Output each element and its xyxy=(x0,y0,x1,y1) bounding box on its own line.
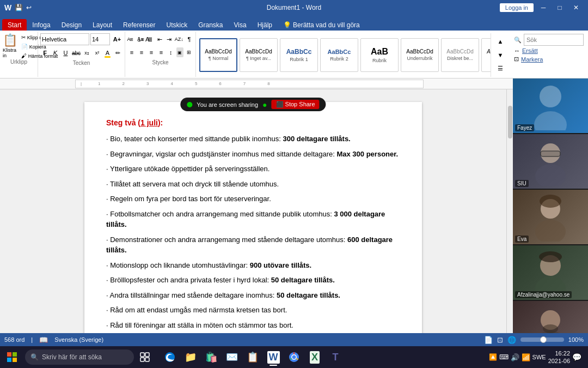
taskbar-store[interactable]: 🛍️ xyxy=(201,347,221,367)
align-center-button[interactable]: ≡ xyxy=(137,46,146,58)
ribbon-toolbar: 📋 Klistra in ✂ Klipp ut 📄 Kopiera 🖌 Hämt… xyxy=(0,31,588,79)
style-rubrik[interactable]: AaB Rubrik xyxy=(360,38,399,72)
italic-button[interactable]: K xyxy=(51,47,60,59)
clock[interactable]: 16:22 2021-06 xyxy=(548,349,570,365)
taskbar-todo[interactable]: 📋 xyxy=(243,347,262,367)
read-mode-icon[interactable]: 📄 xyxy=(484,336,493,344)
doc-para-1: · Bio, teater och konserter med sittande… xyxy=(106,134,400,144)
decrease-indent-button[interactable]: ⇤ xyxy=(155,33,163,45)
stop-share-button[interactable]: ⬛ Stop Share xyxy=(272,100,320,109)
tab-start[interactable]: Start xyxy=(2,19,27,31)
print-layout-icon[interactable]: ⊡ xyxy=(497,336,503,344)
increase-indent-button[interactable]: ⇥ xyxy=(165,33,173,45)
font-size-input[interactable] xyxy=(90,33,110,45)
taskbar-teams[interactable]: T xyxy=(326,347,345,367)
restore-button[interactable]: □ xyxy=(552,2,567,13)
bullets-button[interactable]: ≡ xyxy=(127,33,136,45)
style-rubrik1[interactable]: AaBbCc Rubrik 1 xyxy=(280,38,318,72)
svg-point-4 xyxy=(535,164,566,186)
doc-para-12: · Råd till föreningar att ställa in möte… xyxy=(106,320,400,331)
svg-rect-17 xyxy=(13,358,17,362)
chevron-up-icon[interactable]: 🔼 xyxy=(489,353,497,361)
tab-berätta[interactable]: 💡 Berätta vad du vill göra xyxy=(278,19,365,31)
styles-expand-button[interactable]: ▲ xyxy=(494,35,506,47)
speaker-icon[interactable]: 🔊 xyxy=(511,353,519,361)
style-betoning[interactable]: AaBbCcDd Betoning xyxy=(481,38,491,72)
justify-button[interactable]: ≡ xyxy=(157,46,166,58)
login-button[interactable]: Logga in xyxy=(500,3,534,12)
tab-design[interactable]: Design xyxy=(56,19,87,31)
network-icon[interactable]: 📶 xyxy=(522,353,530,361)
style-underrubrik[interactable]: AaBbCcDd Underrubrik xyxy=(401,38,439,72)
language[interactable]: Svenska (Sverige) xyxy=(54,336,103,343)
taskbar-word[interactable]: W xyxy=(264,347,283,367)
multilevel-button[interactable]: ≣ xyxy=(146,33,154,45)
style-betoning-preview: AaBbCcDd xyxy=(487,49,491,55)
style-diskret[interactable]: AaBbCcDd Diskret be... xyxy=(441,38,479,72)
minimize-button[interactable]: ─ xyxy=(536,2,551,13)
strikethrough-button[interactable]: abc xyxy=(71,47,81,59)
search-icon: 🔍 xyxy=(30,353,39,361)
zoom-slider[interactable] xyxy=(520,337,564,342)
web-layout-icon[interactable]: 🌐 xyxy=(507,336,516,344)
subscript-button[interactable]: x₂ xyxy=(82,47,91,59)
tab-hjalp[interactable]: Hjälp xyxy=(252,19,278,31)
tab-utskick[interactable]: Utskick xyxy=(161,19,193,31)
select-label[interactable]: Markera xyxy=(521,56,543,63)
align-right-button[interactable]: ≡ xyxy=(147,46,156,58)
taskbar-edge[interactable] xyxy=(160,347,180,367)
taskbar-search[interactable]: 🔍 Skriv här för att söka xyxy=(25,349,134,365)
quick-access-undo[interactable]: ↩ xyxy=(26,4,32,11)
task-view-button[interactable] xyxy=(135,347,155,367)
font-family-input[interactable] xyxy=(40,33,89,45)
svg-point-25 xyxy=(292,355,296,359)
find-input[interactable] xyxy=(524,34,584,46)
numbering-button[interactable]: 1≡ xyxy=(137,33,145,45)
highlight-button[interactable]: ✏ xyxy=(113,47,122,59)
shading-button[interactable]: ▣ xyxy=(176,47,183,57)
notification-icon[interactable]: 💬 xyxy=(572,353,581,361)
language-indicator[interactable]: SWE xyxy=(532,354,546,360)
taskbar-chrome[interactable] xyxy=(284,347,304,367)
style-normal[interactable]: AaBbCcDd ¶ Normal xyxy=(199,38,237,72)
start-button[interactable] xyxy=(2,347,22,367)
font-color-button[interactable]: A xyxy=(103,47,112,59)
sharing-text: You are screen sharing xyxy=(197,101,258,108)
tab-referenser[interactable]: Referenser xyxy=(118,19,161,31)
quick-access-save[interactable]: 💾 xyxy=(15,4,23,11)
tab-visa[interactable]: Visa xyxy=(229,19,252,31)
styles-more-button[interactable]: ☰ xyxy=(494,63,506,75)
styles-collapse-button[interactable]: ▼ xyxy=(494,49,506,61)
style-inget[interactable]: AaBbCcDd ¶ Inget av... xyxy=(240,38,278,72)
style-rubrik2[interactable]: AaBbCc Rubrik 2 xyxy=(320,38,358,72)
document-scrollbar[interactable] xyxy=(506,89,513,333)
taskbar-mail[interactable]: ✉️ xyxy=(222,347,242,367)
tab-layout[interactable]: Layout xyxy=(87,19,118,31)
doc-scroll-area[interactable]: You are screen sharing ● ⬛ Stop Share St… xyxy=(0,89,506,333)
pilcrow-button[interactable]: ¶ xyxy=(185,33,193,45)
participant-tile-afzal: Afzalinajja@yahoo.se xyxy=(513,245,588,300)
participant-tile-fayez: Fayez xyxy=(513,79,588,133)
line-spacing-button[interactable]: ↕ xyxy=(167,46,175,58)
close-button[interactable]: ✕ xyxy=(568,2,584,13)
taskbar-explorer[interactable]: 📁 xyxy=(181,347,200,367)
scrollbar-thumb[interactable] xyxy=(508,106,512,138)
align-left-button[interactable]: ≡ xyxy=(127,46,136,58)
underline-button[interactable]: U xyxy=(61,47,70,59)
bold-button[interactable]: F xyxy=(40,47,50,59)
paste-icon: 📋 xyxy=(3,33,17,47)
sort-button[interactable]: AZ↓ xyxy=(174,33,184,45)
keyboard-icon[interactable]: ⌨ xyxy=(499,353,509,361)
styles-section: AaBbCcDd ¶ Normal AaBbCcDd ¶ Inget av...… xyxy=(196,32,510,78)
tab-granska[interactable]: Granska xyxy=(193,19,228,31)
replace-label[interactable]: Ersätt xyxy=(522,47,538,54)
eva-label: Eva xyxy=(515,236,529,243)
taskbar-excel[interactable]: X xyxy=(305,347,324,367)
paste-button[interactable]: 📋 Klistra in xyxy=(2,33,18,58)
borders-button[interactable]: ⊞ xyxy=(185,46,193,58)
lightbulb-icon: 💡 xyxy=(283,21,291,29)
tab-infoga[interactable]: Infoga xyxy=(27,19,56,31)
spelling-icon[interactable]: 📖 xyxy=(39,336,48,344)
superscript-button[interactable]: x² xyxy=(93,47,102,59)
increase-font-button[interactable]: A+ xyxy=(111,33,123,45)
